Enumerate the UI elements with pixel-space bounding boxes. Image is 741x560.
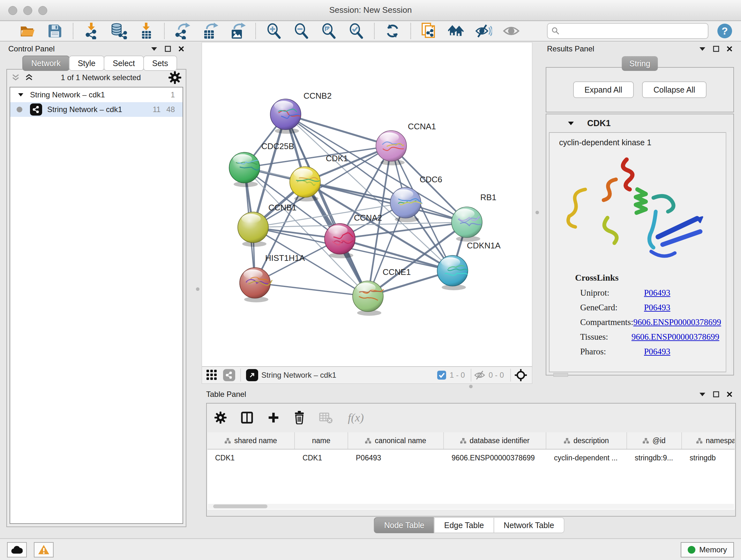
edge-CCNB2-RB1[interactable] xyxy=(286,114,467,222)
column-header-namespace[interactable]: namespace xyxy=(682,432,735,449)
selected-checkbox-icon[interactable] xyxy=(437,370,447,380)
grid-view-icon[interactable] xyxy=(206,370,217,381)
string-network-icon xyxy=(30,104,42,116)
show-hidden-eye-icon[interactable] xyxy=(503,23,520,39)
close-panel-icon[interactable] xyxy=(726,391,733,397)
node-HIST1H1A[interactable]: HIST1H1A xyxy=(240,253,305,302)
search-input[interactable] xyxy=(562,24,708,38)
show-columns-icon[interactable] xyxy=(241,411,253,424)
help-icon[interactable]: ? xyxy=(718,23,732,38)
column-header--id[interactable]: @id xyxy=(627,432,682,449)
refresh-icon[interactable] xyxy=(384,23,401,39)
table-header-row: shared namenamecanonical namedatabase id… xyxy=(207,432,735,449)
node-label-CCNA2: CCNA2 xyxy=(354,213,382,223)
crosslink-link[interactable]: 9606.ENSP00000378699 xyxy=(631,332,719,342)
warnings-button[interactable] xyxy=(34,542,54,557)
left-splitter-grip[interactable] xyxy=(196,287,199,291)
tab-network[interactable]: Network xyxy=(22,56,70,71)
tab-style[interactable]: Style xyxy=(69,56,105,71)
crosslink-row: Pharos:P06493 xyxy=(580,344,719,359)
first-neighbors-icon[interactable] xyxy=(448,23,465,39)
import-network-file-icon[interactable] xyxy=(83,23,99,39)
export-network-icon[interactable] xyxy=(174,23,191,39)
float-panel-icon[interactable] xyxy=(165,46,171,52)
node-CDKN1A[interactable]: CDKN1A xyxy=(437,241,501,290)
tab-node-table[interactable]: Node Table xyxy=(374,517,434,533)
column-header-database-identifier[interactable]: database identifier xyxy=(444,432,546,449)
hide-selected-eye-icon[interactable] xyxy=(475,23,492,39)
float-panel-icon[interactable] xyxy=(713,46,719,52)
clone-network-icon[interactable] xyxy=(421,23,437,39)
panel-menu-icon[interactable] xyxy=(699,47,706,51)
crosslinks-title: CrossLinks xyxy=(575,273,618,283)
column-header-description[interactable]: description xyxy=(546,432,627,449)
tab-sets[interactable]: Sets xyxy=(143,56,177,71)
tab-edge-table[interactable]: Edge Table xyxy=(434,517,494,533)
table-row[interactable]: CDK1CDK1P064939606.ENSP00000378699cyclin… xyxy=(207,449,735,466)
node-CCNB2[interactable]: CCNB2 xyxy=(270,91,332,134)
tab-network-table[interactable]: Network Table xyxy=(493,517,564,533)
crosslink-link[interactable]: P06493 xyxy=(644,347,670,357)
import-network-database-icon[interactable] xyxy=(111,23,127,39)
tab-select[interactable]: Select xyxy=(104,56,144,71)
import-table-file-icon[interactable] xyxy=(138,23,154,39)
export-image-icon[interactable] xyxy=(229,23,246,39)
edge-HIST1H1A-CCNE1[interactable] xyxy=(255,283,368,296)
panel-menu-icon[interactable] xyxy=(151,47,158,51)
results-hscroll-thumb[interactable] xyxy=(553,373,568,377)
crosslink-link[interactable]: P06493 xyxy=(644,303,670,313)
table-settings-gear-icon[interactable] xyxy=(214,412,226,424)
close-panel-icon[interactable] xyxy=(726,46,733,52)
zoom-out-icon[interactable] xyxy=(293,23,310,39)
node-RB1[interactable]: RB1 xyxy=(452,192,496,242)
horizontal-splitter-grip[interactable] xyxy=(469,385,473,388)
crosslink-link[interactable]: P06493 xyxy=(644,288,670,298)
add-column-icon[interactable] xyxy=(267,412,280,424)
save-session-icon[interactable] xyxy=(47,23,63,39)
column-header-name[interactable]: name xyxy=(295,432,348,449)
edge-CCNB2-CCNA1[interactable] xyxy=(286,114,391,146)
memory-button[interactable]: Memory xyxy=(681,542,734,557)
crosslink-link[interactable]: 9606.ENSP00000378699 xyxy=(633,317,721,327)
right-splitter-grip[interactable] xyxy=(536,211,539,214)
expand-all-networks-icon[interactable] xyxy=(25,73,33,82)
network-view-string-icon[interactable] xyxy=(223,369,235,381)
gear-icon[interactable] xyxy=(169,71,181,84)
network-collection-row[interactable]: String Network – cdk1 1 xyxy=(10,87,183,102)
crosslink-row: GeneCard:P06493 xyxy=(580,300,719,315)
column-header-canonical-name[interactable]: canonical name xyxy=(348,432,444,449)
network-canvas[interactable]: CCNB2CCNA1CDC25BCDK1CDC6RB1CCNB1CCNA2CDK… xyxy=(202,43,532,366)
cloud-button[interactable] xyxy=(7,542,27,557)
table-panel-title: Table Panel xyxy=(206,390,246,399)
column-type-icon xyxy=(564,438,570,444)
close-panel-icon[interactable] xyxy=(178,46,185,52)
float-panel-icon[interactable] xyxy=(713,391,719,397)
results-vscroll[interactable] xyxy=(726,132,731,372)
export-table-icon[interactable] xyxy=(202,23,218,39)
table-hscroll-thumb[interactable] xyxy=(213,504,267,508)
zoom-fit-icon[interactable] xyxy=(320,23,337,39)
node-CCNA1[interactable]: CCNA1 xyxy=(376,122,436,165)
network-row[interactable]: String Network – cdk1 11 48 xyxy=(10,102,183,117)
collapse-all-button[interactable]: Collapse All xyxy=(642,81,707,98)
selected-count: 1 - 0 xyxy=(450,371,465,380)
cloud-icon xyxy=(11,546,23,554)
column-header-shared-name[interactable]: shared name xyxy=(207,432,295,449)
zoom-selected-icon[interactable] xyxy=(348,23,364,39)
node-CCNB1[interactable]: CCNB1 xyxy=(238,203,296,247)
delete-column-icon[interactable] xyxy=(293,411,305,424)
node-label-CCNB2: CCNB2 xyxy=(304,91,332,101)
tab-string[interactable]: String xyxy=(622,56,658,71)
collapse-all-networks-icon[interactable] xyxy=(11,73,20,82)
birds-eye-view-icon[interactable] xyxy=(514,368,528,382)
expand-all-button[interactable]: Expand All xyxy=(573,81,634,98)
open-session-icon[interactable] xyxy=(19,23,36,39)
panel-menu-icon[interactable] xyxy=(699,392,706,396)
node-CCNE1[interactable]: CCNE1 xyxy=(353,267,411,316)
section-expander-icon[interactable] xyxy=(567,121,575,125)
collection-expander-icon[interactable] xyxy=(18,93,23,97)
table-hscroll[interactable] xyxy=(208,504,734,509)
detach-view-icon[interactable] xyxy=(246,369,258,381)
search-box xyxy=(547,23,709,39)
zoom-in-icon[interactable] xyxy=(266,23,282,39)
